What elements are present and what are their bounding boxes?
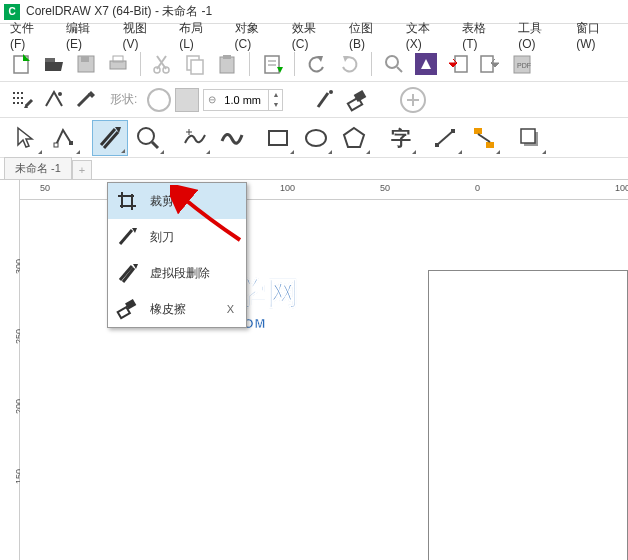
svg-rect-24	[481, 56, 493, 72]
stroke-width-input[interactable]: ⊖ ▲▼	[203, 89, 283, 111]
workspace: 50 0 100 50 0 100 300 250 200 150	[0, 180, 628, 560]
separator	[140, 52, 141, 76]
save-button[interactable]	[72, 50, 100, 78]
spin-up[interactable]: ▲	[268, 90, 282, 100]
virtual-segment-icon	[114, 260, 140, 286]
svg-text:PDF: PDF	[517, 62, 531, 69]
redo-button[interactable]	[335, 50, 363, 78]
flyout-knife[interactable]: 刻刀	[108, 219, 246, 255]
crop-tool[interactable]	[92, 120, 128, 156]
menu-file[interactable]: 文件(F)	[2, 18, 56, 53]
minus-icon: ⊖	[204, 94, 220, 105]
pdf-button[interactable]: PDF	[508, 50, 536, 78]
polygon-tool[interactable]	[336, 120, 372, 156]
square-cap-button[interactable]	[175, 88, 199, 112]
svg-rect-52	[435, 143, 439, 147]
knife-icon	[114, 224, 140, 250]
menu-bar: 文件(F) 编辑(E) 视图(V) 布局(L) 对象(C) 效果(C) 位图(B…	[0, 24, 628, 46]
property-bar: 形状: ⊖ ▲▼	[0, 82, 628, 118]
pick-tool[interactable]	[8, 120, 44, 156]
svg-rect-2	[45, 58, 55, 62]
connector-tool[interactable]	[466, 120, 502, 156]
zoom-add-button[interactable]	[399, 86, 427, 114]
add-tab-button[interactable]: +	[72, 160, 92, 179]
flyout-shortcut: X	[227, 303, 234, 315]
launch-button[interactable]	[412, 50, 440, 78]
zoom-tool[interactable]	[130, 120, 166, 156]
paste-button[interactable]	[213, 50, 241, 78]
svg-rect-22	[455, 56, 467, 72]
open-button[interactable]	[40, 50, 68, 78]
stroke-width-value[interactable]	[220, 94, 268, 106]
svg-marker-49	[344, 128, 364, 147]
svg-point-48	[306, 130, 326, 146]
clipboard-button[interactable]	[258, 50, 286, 78]
svg-rect-4	[81, 56, 89, 62]
print-button[interactable]	[104, 50, 132, 78]
menu-bitmap[interactable]: 位图(B)	[341, 18, 396, 53]
ellipse-tool[interactable]	[298, 120, 334, 156]
crop-tool-flyout: 裁剪 刻刀 虚拟段删除 橡皮擦 X	[107, 182, 247, 328]
cut-button[interactable]	[149, 50, 177, 78]
flyout-virtual-segment[interactable]: 虚拟段删除	[108, 255, 246, 291]
undo-button[interactable]	[303, 50, 331, 78]
svg-point-32	[58, 92, 62, 96]
dimension-tool[interactable]	[428, 120, 464, 156]
copy-button[interactable]	[181, 50, 209, 78]
menu-tools[interactable]: 工具(O)	[510, 18, 566, 53]
shape-tool[interactable]	[46, 120, 82, 156]
flyout-eraser[interactable]: 橡皮擦 X	[108, 291, 246, 327]
round-cap-button[interactable]	[147, 88, 171, 112]
new-button[interactable]	[8, 50, 36, 78]
ruler-tick: 100	[615, 183, 628, 193]
svg-marker-23	[449, 59, 457, 67]
svg-line-56	[478, 134, 490, 142]
menu-edit[interactable]: 编辑(E)	[58, 18, 113, 53]
presets-button[interactable]	[8, 86, 36, 114]
svg-rect-12	[223, 55, 231, 59]
standard-toolbar: PDF	[0, 46, 628, 82]
eraser-tool-button[interactable]	[343, 86, 371, 114]
svg-rect-41	[69, 141, 73, 145]
menu-effects[interactable]: 效果(C)	[284, 18, 339, 53]
shape-label: 形状:	[110, 91, 137, 108]
svg-rect-53	[451, 129, 455, 133]
menu-window[interactable]: 窗口(W)	[568, 18, 626, 53]
search-button[interactable]	[380, 50, 408, 78]
svg-marker-1	[23, 54, 30, 61]
svg-marker-63	[132, 228, 137, 233]
text-tool[interactable]: 字	[382, 120, 418, 156]
ruler-tick: 50	[40, 183, 50, 193]
menu-object[interactable]: 对象(C)	[227, 18, 282, 53]
artistic-media-tool[interactable]	[214, 120, 250, 156]
document-tab[interactable]: 未命名 -1	[4, 157, 72, 179]
menu-text[interactable]: 文本(X)	[398, 18, 453, 53]
spin-down[interactable]: ▼	[268, 100, 282, 110]
document-tabs: 未命名 -1 +	[0, 158, 628, 180]
menu-view[interactable]: 视图(V)	[115, 18, 170, 53]
menu-table[interactable]: 表格(T)	[454, 18, 508, 53]
svg-rect-54	[474, 128, 482, 134]
shape-button[interactable]	[40, 86, 68, 114]
svg-rect-65	[118, 307, 130, 318]
svg-text:字: 字	[391, 127, 411, 149]
vertical-ruler: 300 250 200 150	[0, 180, 20, 560]
brush-button[interactable]	[72, 86, 100, 114]
dropshadow-tool[interactable]	[512, 120, 548, 156]
export-button[interactable]	[444, 50, 472, 78]
menu-layout[interactable]: 布局(L)	[171, 18, 224, 53]
svg-point-34	[329, 90, 333, 94]
flyout-label: 虚拟段删除	[150, 265, 240, 282]
svg-rect-10	[191, 60, 203, 74]
svg-marker-16	[277, 67, 283, 73]
rectangle-tool[interactable]	[260, 120, 296, 156]
separator	[249, 52, 250, 76]
pen-tool-button[interactable]	[311, 86, 339, 114]
toolbox-bar: 字	[0, 118, 628, 158]
freehand-tool[interactable]	[176, 120, 212, 156]
import-button[interactable]	[476, 50, 504, 78]
flyout-crop[interactable]: 裁剪	[108, 183, 246, 219]
svg-marker-18	[343, 56, 349, 62]
crop-icon	[114, 188, 140, 214]
separator	[371, 52, 372, 76]
